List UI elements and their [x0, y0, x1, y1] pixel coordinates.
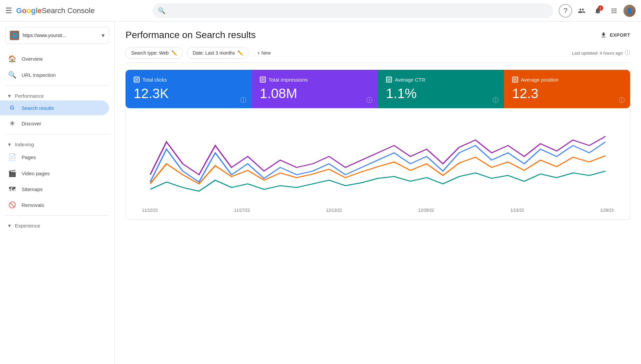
impressions-value: 1.08M	[260, 85, 370, 101]
discover-icon: ✳	[8, 119, 16, 127]
apps-button[interactable]	[607, 4, 621, 18]
performance-chevron-icon: ▾	[8, 93, 11, 99]
notification-badge: 1	[598, 5, 603, 11]
logo-e: e	[38, 6, 42, 15]
impressions-label: Total impressions	[269, 77, 308, 83]
site-selector[interactable]: 🌐 https://www.yoursit... ▾	[5, 27, 109, 44]
metric-clicks-header: Total clicks	[134, 77, 244, 83]
sidebar-item-sitemaps-label: Sitemaps	[22, 186, 43, 192]
sidebar-item-discover[interactable]: ✳ Discover	[0, 115, 109, 131]
export-label: EXPORT	[610, 32, 630, 38]
search-type-label: Search type: Web	[131, 50, 169, 56]
impressions-checkbox[interactable]	[260, 77, 266, 83]
edit-date-icon: ✏️	[238, 50, 243, 56]
topbar-left: ☰ Google Search Console	[5, 6, 147, 15]
logo-o1: o	[22, 6, 26, 15]
help-button[interactable]: ?	[559, 4, 572, 18]
x-label-3: 12/29/22	[418, 208, 434, 213]
ctr-label: Average CTR	[395, 77, 425, 83]
x-axis-labels: 11/12/22 11/27/22 12/13/22 12/29/22 1/13…	[134, 205, 622, 213]
chart-area: 11/12/22 11/27/22 12/13/22 12/29/22 1/13…	[126, 108, 630, 220]
clicks-label: Total clicks	[142, 77, 167, 83]
main-layout: 🌐 https://www.yoursit... ▾ 🏠 Overview 🔍 …	[0, 22, 641, 364]
home-icon: 🏠	[8, 55, 16, 63]
indexing-section-header[interactable]: ▾ Indexing	[0, 137, 114, 149]
ctr-value: 1.1%	[386, 85, 496, 101]
date-label: Date: Last 3 months	[193, 50, 235, 56]
experience-section-header[interactable]: ▾ Experience	[0, 218, 114, 230]
x-label-0: 11/12/22	[142, 208, 158, 213]
sidebar-item-pages[interactable]: 📄 Pages	[0, 149, 109, 165]
grid-icon	[610, 7, 618, 14]
notifications-button[interactable]: 1	[591, 4, 605, 18]
search-input[interactable]	[169, 8, 548, 14]
indexing-chevron-icon: ▾	[8, 141, 11, 148]
clicks-value: 12.3K	[134, 85, 244, 101]
position-label: Average position	[521, 77, 558, 83]
metric-ctr-header: Average CTR	[386, 77, 496, 83]
sidebar-item-overview[interactable]: 🏠 Overview	[0, 51, 109, 67]
avatar[interactable]: 👤	[623, 5, 636, 17]
performance-chart	[134, 116, 622, 204]
position-checkbox[interactable]	[512, 77, 518, 83]
clicks-checkbox[interactable]	[134, 77, 140, 83]
sidebar-item-video-pages-label: Video pages	[22, 171, 50, 176]
logo-rest: Search Console	[42, 6, 95, 15]
sidebar-item-url-inspection-label: URL inspection	[22, 72, 56, 78]
metrics-row: Total clicks 12.3K ⓘ Total impressions 1…	[126, 70, 630, 108]
divider-2	[5, 134, 109, 134]
metric-card-clicks[interactable]: Total clicks 12.3K ⓘ	[126, 70, 252, 108]
sidebar-item-pages-label: Pages	[22, 154, 36, 160]
sidebar: 🌐 https://www.yoursit... ▾ 🏠 Overview 🔍 …	[0, 22, 115, 364]
removals-icon: 🚫	[8, 201, 16, 209]
metric-card-impressions[interactable]: Total impressions 1.08M ⓘ	[252, 70, 378, 108]
sidebar-item-search-results-label: Search results	[22, 105, 54, 111]
metric-card-position[interactable]: Average position 12.3 ⓘ	[504, 70, 630, 108]
sidebar-item-sitemaps[interactable]: 🗺 Sitemaps	[0, 181, 109, 197]
google-g-icon: G	[8, 104, 16, 111]
search-icon: 🔍	[158, 7, 165, 14]
search-sidebar-icon: 🔍	[8, 71, 16, 79]
logo-o2: o	[27, 6, 31, 15]
search-type-filter[interactable]: Search type: Web ✏️	[126, 47, 183, 59]
metric-position-header: Average position	[512, 77, 622, 83]
edit-search-type-icon: ✏️	[171, 50, 177, 56]
search-bar[interactable]: 🔍	[152, 3, 553, 18]
position-value: 12.3	[512, 85, 622, 101]
site-favicon: 🌐	[10, 31, 19, 40]
experience-chevron-icon: ▾	[8, 222, 11, 229]
sidebar-item-removals[interactable]: 🚫 Removals	[0, 197, 109, 213]
performance-section-header[interactable]: ▾ Performance	[0, 89, 114, 100]
filter-bar: Search type: Web ✏️ Date: Last 3 months …	[126, 47, 630, 63]
position-help-icon[interactable]: ⓘ	[619, 96, 625, 104]
export-button[interactable]: EXPORT	[600, 32, 630, 38]
new-filter-button[interactable]: + New	[253, 48, 275, 58]
logo-g: G	[16, 6, 22, 15]
experience-section-label: Experience	[15, 223, 40, 229]
last-updated-info-icon[interactable]: ⓘ	[625, 50, 630, 57]
page-header: Performance on Search results EXPORT	[126, 30, 630, 40]
x-label-2: 12/13/22	[326, 208, 342, 213]
user-management-button[interactable]	[575, 4, 588, 18]
divider-1	[5, 86, 109, 86]
clicks-help-icon[interactable]: ⓘ	[240, 96, 246, 104]
x-label-4: 1/13/23	[510, 208, 524, 213]
performance-section-label: Performance	[15, 93, 44, 99]
metric-card-ctr[interactable]: Average CTR 1.1% ⓘ	[378, 70, 504, 108]
topbar-icons: ? 1 👤	[559, 4, 636, 18]
ctr-checkbox[interactable]	[386, 77, 392, 83]
indexing-section-label: Indexing	[15, 142, 34, 147]
sidebar-item-removals-label: Removals	[22, 202, 44, 208]
impressions-help-icon[interactable]: ⓘ	[366, 96, 372, 104]
users-icon	[578, 7, 585, 14]
logo-g2: g	[31, 6, 35, 15]
menu-icon[interactable]: ☰	[5, 6, 12, 15]
page-title: Performance on Search results	[126, 30, 256, 40]
sidebar-item-url-inspection[interactable]: 🔍 URL inspection	[0, 67, 109, 83]
date-filter[interactable]: Date: Last 3 months ✏️	[187, 47, 249, 59]
last-updated: Last updated: 4 hours ago ⓘ	[572, 50, 630, 57]
last-updated-text: Last updated: 4 hours ago	[572, 51, 623, 56]
ctr-help-icon[interactable]: ⓘ	[493, 96, 499, 104]
sidebar-item-video-pages[interactable]: 🎬 Video pages	[0, 165, 109, 181]
sidebar-item-search-results[interactable]: G Search results	[0, 100, 109, 115]
